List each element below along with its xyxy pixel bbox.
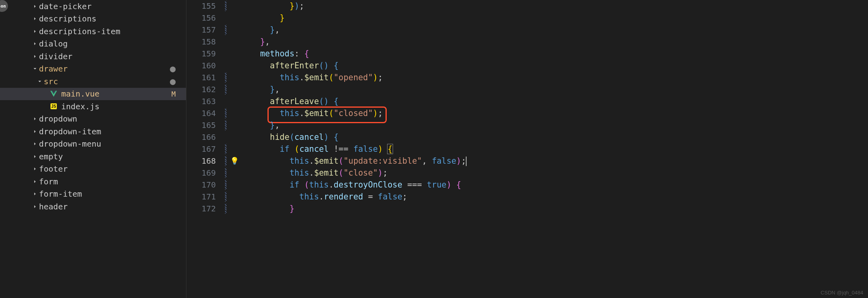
tree-item-label: dialog — [39, 39, 182, 48]
line-number: 156 — [186, 12, 216, 24]
code-line[interactable]: }, — [240, 36, 868, 48]
folder-item[interactable]: dropdown-menu — [0, 138, 186, 151]
line-number: 159 — [186, 48, 216, 60]
git-status-badge: M — [171, 90, 182, 98]
chevron-right-icon — [31, 54, 39, 59]
tree-item-label: drawer — [39, 64, 170, 74]
watermark: CSDN @jqh_0484 — [821, 290, 863, 296]
tree-item-label: src — [44, 77, 170, 86]
line-number: 165 — [186, 119, 216, 131]
line-number: 172 — [186, 203, 216, 215]
code-line[interactable]: }, — [240, 83, 868, 95]
code-line[interactable]: this.$emit("update:visible", false); — [240, 155, 868, 167]
folder-item[interactable]: src● — [0, 75, 186, 88]
code-editor[interactable]: 1551561571581591601611621631641651661671… — [186, 0, 868, 298]
folder-item[interactable]: form — [0, 175, 186, 188]
tree-item-label: main.vue — [61, 89, 171, 99]
folder-item[interactable]: footer — [0, 163, 186, 176]
code-line[interactable]: if (this.destroyOnClose === true) { — [240, 179, 868, 191]
fold-gutter — [223, 0, 229, 298]
chevron-right-icon — [31, 41, 39, 46]
code-line[interactable]: }, — [240, 24, 868, 36]
lightbulb-icon[interactable]: 💡 — [230, 157, 239, 165]
code-line[interactable]: }); — [240, 0, 868, 12]
code-line[interactable]: methods: { — [240, 48, 868, 60]
chevron-right-icon — [31, 191, 39, 197]
line-number: 170 — [186, 179, 216, 191]
chevron-right-icon — [31, 129, 39, 134]
text-cursor — [466, 157, 467, 166]
chevron-right-icon — [31, 141, 39, 147]
line-number-gutter: 1551561571581591601611621631641651661671… — [186, 0, 223, 298]
code-line[interactable]: hide(cancel) { — [240, 131, 868, 143]
line-number: 164 — [186, 107, 216, 119]
line-number: 160 — [186, 60, 216, 72]
folder-item[interactable]: descriptions — [0, 13, 186, 25]
line-number: 161 — [186, 72, 216, 83]
chevron-right-icon — [31, 29, 39, 34]
tree-item-label: divider — [39, 52, 182, 61]
folder-item[interactable]: dialog — [0, 38, 186, 50]
folder-item[interactable]: date-picker — [0, 0, 186, 13]
folder-item[interactable]: empty — [0, 150, 186, 163]
tree-item-label: descriptions — [39, 14, 182, 23]
chevron-down-icon — [31, 66, 39, 72]
code-line[interactable]: } — [240, 203, 868, 215]
line-number: 171 — [186, 191, 216, 203]
line-number: 169 — [186, 167, 216, 179]
line-number: 163 — [186, 95, 216, 107]
chevron-right-icon — [31, 116, 39, 122]
chevron-down-icon — [36, 79, 44, 84]
folder-item[interactable]: dropdown — [0, 113, 186, 126]
chevron-right-icon — [31, 16, 39, 21]
code-line[interactable]: afterLeave() { — [240, 95, 868, 107]
chevron-right-icon — [31, 179, 39, 184]
folder-item[interactable]: drawer● — [0, 63, 186, 75]
file-explorer-sidebar: son date-pickerdescriptionsdescriptions-… — [0, 0, 186, 298]
tree-item-label: header — [39, 202, 182, 211]
tree-item-label: footer — [39, 164, 182, 174]
folder-item[interactable]: header — [0, 200, 186, 213]
code-line[interactable]: } — [240, 12, 868, 24]
folder-item[interactable]: descriptions-item — [0, 25, 186, 38]
tree-item-label: empty — [39, 152, 182, 161]
code-line[interactable]: this.$emit("closed"); — [240, 107, 868, 119]
chevron-right-icon — [31, 154, 39, 159]
code-line[interactable]: }, — [240, 119, 868, 131]
folder-item[interactable]: divider — [0, 50, 186, 63]
tree-item-label: form-item — [39, 189, 182, 199]
folder-item[interactable]: dropdown-item — [0, 125, 186, 138]
tree-item-label: dropdown — [39, 114, 182, 124]
line-number: 157 — [186, 24, 216, 36]
js-file-icon: JS — [49, 102, 58, 111]
chevron-right-icon — [31, 166, 39, 172]
code-line[interactable]: afterEnter() { — [240, 60, 868, 72]
tree-item-label: dropdown-menu — [39, 139, 182, 149]
code-line[interactable]: this.rendered = false; — [240, 191, 868, 203]
tree-item-label: descriptions-item — [39, 27, 182, 36]
chevron-right-icon — [31, 4, 39, 9]
tree-item-label: date-picker — [39, 2, 182, 11]
vue-file-icon — [49, 89, 58, 98]
file-item[interactable]: main.vueM — [0, 88, 186, 101]
lightbulb-gutter: 💡 — [229, 0, 240, 298]
line-number: 166 — [186, 131, 216, 143]
chevron-right-icon — [31, 204, 39, 209]
code-line[interactable]: this.$emit("opened"); — [240, 72, 868, 83]
tree-item-label: dropdown-item — [39, 127, 182, 136]
line-number: 167 — [186, 143, 216, 155]
folder-item[interactable]: form-item — [0, 188, 186, 201]
code-line[interactable]: this.$emit("close"); — [240, 167, 868, 179]
line-number: 168 — [186, 155, 216, 167]
tree-item-label: index.js — [61, 102, 182, 111]
line-number: 162 — [186, 83, 216, 95]
code-line[interactable]: if (cancel !== false) { — [240, 143, 868, 155]
line-number: 155 — [186, 0, 216, 12]
line-number: 158 — [186, 36, 216, 48]
file-item[interactable]: JSindex.js — [0, 100, 186, 113]
code-content[interactable]: }); } }, }, methods: { afterEnter() { th… — [240, 0, 868, 298]
tree-item-label: form — [39, 177, 182, 186]
